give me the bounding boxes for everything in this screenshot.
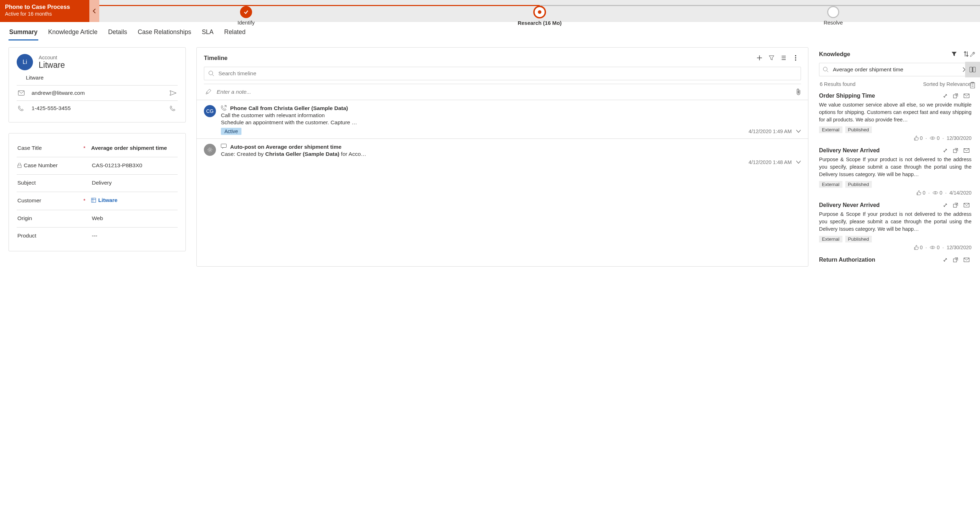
account-email[interactable]: andrewr@litware.com — [32, 90, 85, 96]
case-form-card: Case Title*Average order shipment timeCa… — [8, 133, 186, 251]
tag: Published — [845, 181, 872, 188]
timeline-more-button[interactable] — [790, 53, 801, 63]
mail-icon[interactable] — [964, 258, 972, 262]
field-value[interactable]: CAS-01213-P8B3X0 — [92, 162, 177, 169]
account-avatar: Li — [17, 54, 33, 70]
mail-icon — [18, 91, 24, 96]
form-field[interactable]: SubjectDelivery — [17, 175, 178, 192]
stage-identify[interactable]: Identify — [99, 6, 393, 26]
phone-outgoing-icon — [221, 105, 227, 111]
mail-icon[interactable] — [964, 203, 972, 207]
chevron-down-icon[interactable] — [796, 129, 801, 133]
popout-icon[interactable] — [953, 257, 961, 262]
knowledge-item-title: Delivery Never Arrived — [819, 147, 940, 154]
popout-icon[interactable] — [953, 93, 961, 98]
timeline-add-button[interactable] — [754, 53, 765, 63]
svg-point-15 — [935, 192, 936, 193]
timeline-avatar — [204, 144, 216, 156]
lookup-link[interactable]: Litware — [91, 197, 117, 203]
timeline-search[interactable] — [204, 67, 801, 80]
call-icon[interactable] — [170, 105, 176, 111]
svg-point-5 — [795, 59, 796, 60]
autopost-icon — [221, 144, 227, 149]
knowledge-item[interactable]: Delivery Never ArrivedPurpose & Scope If… — [819, 144, 972, 199]
timeline-filter-button[interactable] — [766, 53, 777, 63]
svg-rect-8 — [221, 144, 227, 148]
tab-related[interactable]: Related — [223, 29, 246, 40]
mail-icon[interactable] — [964, 149, 972, 153]
svg-point-3 — [795, 55, 796, 56]
tab-case-relationships[interactable]: Case Relationships — [137, 29, 192, 40]
link-article-icon[interactable] — [942, 148, 950, 153]
field-value[interactable]: Average order shipment time — [91, 145, 177, 151]
field-value[interactable]: --- — [92, 233, 177, 239]
field-value[interactable]: Litware — [91, 197, 177, 204]
popout-icon[interactable] — [953, 203, 961, 208]
knowledge-item[interactable]: Delivery Never ArrivedPurpose & Scope If… — [819, 199, 972, 254]
knowledge-title: Knowledge — [819, 51, 850, 58]
wrench-icon — [969, 51, 976, 57]
knowledge-item[interactable]: Return Authorization — [819, 254, 972, 267]
knowledge-item-title: Return Authorization — [819, 257, 940, 263]
tag: External — [819, 236, 842, 243]
send-mail-icon[interactable] — [170, 91, 176, 96]
account-phone[interactable]: 1-425-555-3455 — [32, 105, 70, 112]
tag: Published — [845, 126, 872, 133]
rail-script-button[interactable] — [965, 77, 980, 93]
knowledge-filter-button[interactable] — [949, 49, 959, 59]
stage-label: Identify — [237, 19, 255, 26]
timeline-item[interactable]: Auto-post on Average order shipment time… — [197, 139, 808, 169]
timeline-avatar: CG — [204, 105, 216, 117]
form-field[interactable]: OriginWeb — [17, 210, 178, 228]
mail-icon[interactable] — [964, 94, 972, 98]
process-collapse-button[interactable] — [89, 0, 99, 22]
field-value[interactable]: Web — [92, 215, 177, 222]
filter-solid-icon — [951, 51, 957, 57]
svg-rect-21 — [970, 83, 975, 88]
svg-point-18 — [932, 247, 933, 248]
account-name[interactable]: Litware — [39, 60, 65, 70]
phone-icon — [18, 105, 24, 111]
link-article-icon[interactable] — [942, 257, 950, 263]
form-field[interactable]: Customer*Litware — [17, 192, 178, 210]
tab-details[interactable]: Details — [107, 29, 128, 40]
svg-rect-1 — [18, 165, 21, 168]
svg-point-4 — [795, 57, 796, 58]
svg-rect-2 — [91, 198, 96, 202]
tab-knowledge-article[interactable]: Knowledge Article — [48, 29, 98, 40]
knowledge-search[interactable] — [819, 63, 972, 76]
knowledge-item-footer: 0012/30/2020 — [819, 135, 972, 141]
link-article-icon[interactable] — [942, 202, 950, 208]
link-article-icon[interactable] — [942, 93, 950, 99]
eye-icon — [930, 136, 935, 140]
timeline-note-input[interactable] — [216, 88, 791, 96]
knowledge-item-tags: ExternalPublished — [819, 181, 972, 188]
field-label: Customer — [18, 197, 78, 204]
tab-summary[interactable]: Summary — [8, 29, 38, 40]
thumb-icon — [916, 190, 921, 195]
svg-point-6 — [209, 71, 213, 75]
field-value[interactable]: Delivery — [92, 180, 177, 186]
knowledge-item-desc: Purpose & Scope If your product is not d… — [819, 211, 972, 233]
timeline-sort-button[interactable] — [778, 53, 789, 63]
timeline-note[interactable] — [204, 84, 801, 100]
form-field[interactable]: Case NumberCAS-01213-P8B3X0 — [17, 157, 178, 175]
tab-sla[interactable]: SLA — [201, 29, 214, 40]
timeline-search-input[interactable] — [218, 70, 796, 77]
form-field[interactable]: Product--- — [17, 228, 178, 244]
rail-knowledge-button[interactable] — [965, 62, 980, 77]
chevron-down-icon[interactable] — [796, 160, 801, 164]
knowledge-item[interactable]: Order Shipping TimeWe value customer ser… — [819, 90, 972, 144]
attachment-icon[interactable] — [796, 89, 801, 95]
timeline-item[interactable]: CGPhone Call from Christa Geller (Sample… — [197, 100, 808, 139]
plus-icon — [757, 55, 762, 61]
knowledge-search-input[interactable] — [832, 66, 959, 73]
stage-research[interactable]: Research (16 Mo) — [393, 6, 686, 26]
rail-tool-button[interactable] — [965, 46, 980, 62]
stage-label: Resolve — [824, 19, 843, 26]
status-chip: Active — [221, 128, 242, 135]
popout-icon[interactable] — [953, 148, 961, 153]
stage-resolve[interactable]: Resolve — [686, 6, 980, 26]
form-field[interactable]: Case Title*Average order shipment time — [17, 140, 178, 157]
required-indicator: * — [83, 197, 86, 204]
